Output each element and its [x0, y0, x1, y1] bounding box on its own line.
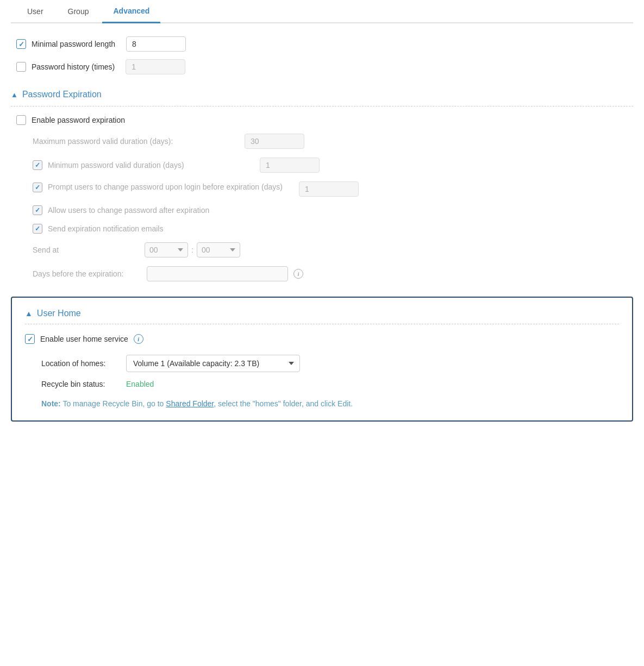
time-colon: : [191, 246, 193, 254]
tab-group[interactable]: Group [57, 1, 100, 22]
password-history-checkbox[interactable] [16, 62, 26, 72]
user-home-divider [25, 324, 619, 324]
prompt-row: Prompt users to change password upon log… [16, 181, 633, 197]
user-home-title: User Home [37, 309, 81, 318]
send-notification-checkbox[interactable] [33, 224, 42, 234]
min-length-label: Minimal password length [32, 40, 115, 48]
prompt-checkbox[interactable] [33, 183, 42, 192]
send-at-row: Send at 00 01 02 : 00 15 30 45 [16, 242, 633, 257]
expiration-section-header: ▲ Password Expiration [11, 90, 633, 99]
recycle-row: Recycle bin status: Enabled [25, 380, 619, 388]
days-before-input[interactable] [147, 266, 288, 281]
min-duration-input[interactable] [260, 158, 320, 173]
user-home-chevron-icon[interactable]: ▲ [25, 309, 33, 318]
tab-bar: User Group Advanced [11, 0, 633, 23]
days-before-label: Days before the expiration: [33, 269, 141, 278]
prompt-label: Prompt users to change password upon log… [48, 181, 283, 193]
enable-user-home-row: Enable user home service i [25, 334, 619, 344]
days-before-info-icon: i [293, 269, 303, 279]
max-duration-row: Maximum password valid duration (days): [16, 134, 633, 149]
send-notification-row: Send expiration notification emails [16, 224, 633, 234]
user-home-section: ▲ User Home Enable user home service i L… [11, 297, 633, 422]
recycle-label: Recycle bin status: [41, 380, 117, 388]
enable-expiration-row: Enable password expiration [16, 115, 633, 125]
enable-user-home-info-icon: i [134, 334, 143, 344]
send-at-minute-select[interactable]: 00 15 30 45 [197, 242, 240, 257]
expiration-content: Enable password expiration Maximum passw… [11, 115, 633, 281]
note-row: Note: To manage Recycle Bin, go to Share… [25, 398, 619, 410]
password-history-label: Password history (times) [32, 62, 115, 71]
expiration-section-title: Password Expiration [22, 90, 102, 99]
allow-change-label: Allow users to change password after exp… [48, 206, 243, 215]
allow-change-row: Allow users to change password after exp… [16, 205, 633, 215]
password-policy-section: Minimal password length Password history… [11, 36, 633, 74]
min-duration-checkbox[interactable] [33, 160, 42, 170]
location-label: Location of homes: [41, 359, 117, 368]
max-duration-label: Maximum password valid duration (days): [33, 137, 228, 146]
shared-folder-link[interactable]: Shared Folder [166, 399, 214, 408]
location-select[interactable]: Volume 1 (Available capacity: 2.3 TB) [126, 355, 300, 372]
tab-advanced[interactable]: Advanced [102, 0, 160, 23]
allow-change-checkbox[interactable] [33, 205, 42, 215]
days-before-row: Days before the expiration: i [16, 266, 633, 281]
enable-user-home-checkbox[interactable] [25, 334, 35, 344]
note-suffix: , select the "homes" folder, and click E… [214, 399, 353, 408]
password-history-row: Password history (times) [11, 59, 633, 74]
send-at-label: Send at [33, 246, 141, 254]
enable-expiration-checkbox[interactable] [16, 115, 26, 125]
min-length-input[interactable] [126, 36, 186, 52]
max-duration-input[interactable] [245, 134, 304, 149]
expiration-chevron-icon[interactable]: ▲ [11, 91, 18, 99]
user-home-header: ▲ User Home [25, 309, 619, 318]
enable-expiration-label: Enable password expiration [32, 116, 227, 124]
note-prefix: Note: [41, 399, 61, 408]
location-row: Location of homes: Volume 1 (Available c… [25, 355, 619, 372]
expiration-divider [11, 106, 633, 106]
min-duration-label: Minimum password valid duration (days) [48, 161, 243, 169]
send-at-hour-select[interactable]: 00 01 02 [145, 242, 188, 257]
note-text: To manage Recycle Bin, go to [61, 399, 166, 408]
min-duration-row: Minimum password valid duration (days) [16, 158, 633, 173]
recycle-value: Enabled [126, 380, 154, 388]
tab-user[interactable]: User [16, 1, 54, 22]
send-notification-label: Send expiration notification emails [48, 224, 243, 233]
enable-user-home-label: Enable user home service [40, 335, 128, 343]
min-length-checkbox[interactable] [16, 39, 26, 49]
min-length-row: Minimal password length [11, 36, 633, 52]
password-history-input[interactable] [126, 59, 185, 74]
prompt-input[interactable] [299, 181, 359, 197]
password-expiration-section: ▲ Password Expiration Enable password ex… [11, 90, 633, 281]
